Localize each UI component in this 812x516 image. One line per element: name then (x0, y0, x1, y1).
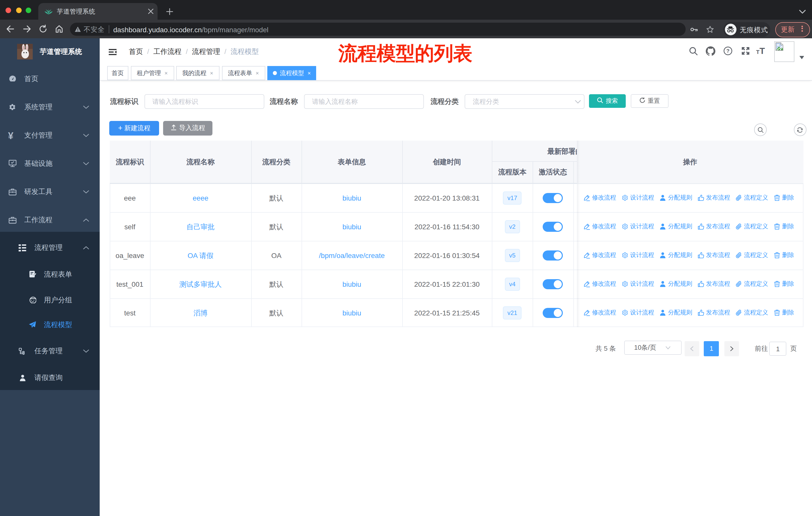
svg-text:?: ? (726, 48, 730, 54)
